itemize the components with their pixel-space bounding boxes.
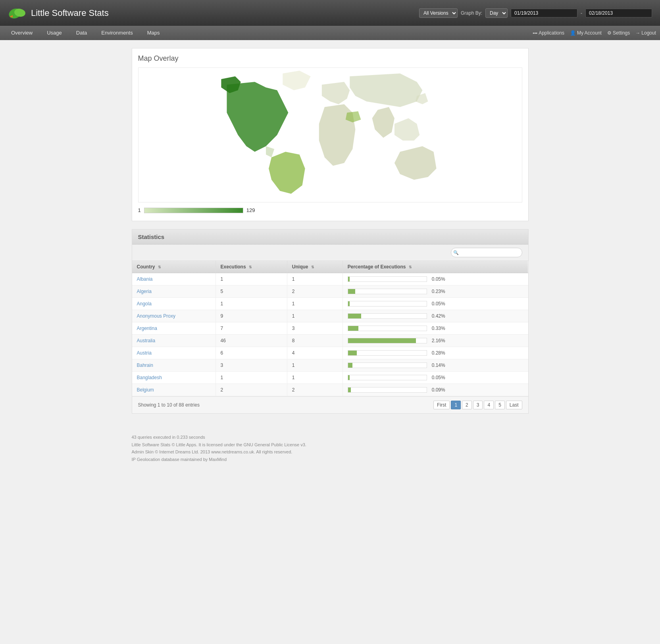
nav-left: Overview Usage Data Environments Maps <box>4 26 533 40</box>
search-input[interactable] <box>451 248 522 257</box>
header: Little Software Stats All Versions Graph… <box>0 0 660 26</box>
pagination-page-4[interactable]: 4 <box>484 401 494 409</box>
pagination-last[interactable]: Last <box>506 401 522 409</box>
table-row: Anonymous Proxy910.42% <box>132 310 528 322</box>
pagination-first[interactable]: First <box>433 401 450 409</box>
applications-link[interactable]: ▪▪▪ Applications <box>533 30 564 36</box>
table-row: Australia4682.16% <box>132 335 528 347</box>
settings-link[interactable]: ⚙ Settings <box>607 30 630 36</box>
cell-unique: 1 <box>287 310 343 322</box>
cell-country: Belgium <box>132 384 216 396</box>
country-link[interactable]: Bahrain <box>137 362 153 368</box>
cell-executions: 6 <box>216 347 287 359</box>
cell-pct: 0.05% <box>343 372 528 384</box>
country-link[interactable]: Algeria <box>137 289 152 294</box>
stats-table: Country ⇅ Executions ⇅ Unique ⇅ Percenta… <box>132 261 528 396</box>
footer-line1: 43 queries executed in 0.233 seconds <box>132 434 529 441</box>
cell-unique: 8 <box>287 335 343 347</box>
cell-country: Algeria <box>132 285 216 298</box>
cell-pct: 0.33% <box>343 322 528 335</box>
header-controls: All Versions Graph By: Day - <box>419 8 652 18</box>
legend-gradient <box>144 208 243 213</box>
cell-executions: 3 <box>216 359 287 372</box>
pct-value: 0.33% <box>429 326 445 331</box>
legend-low-label: 1 <box>138 207 141 213</box>
pagination-page-5[interactable]: 5 <box>495 401 505 409</box>
country-link[interactable]: Angola <box>137 301 152 307</box>
cell-unique: 4 <box>287 347 343 359</box>
nav-item-maps[interactable]: Maps <box>140 26 167 40</box>
table-row: Belgium220.09% <box>132 384 528 396</box>
stats-section: Statistics 🔍 Country ⇅ Executions ⇅ Uniq… <box>132 229 529 414</box>
date-from-input[interactable] <box>511 9 577 17</box>
nav-right: ▪▪▪ Applications 👤 My Account ⚙ Settings… <box>533 30 656 36</box>
cell-unique: 2 <box>287 384 343 396</box>
logo-icon <box>8 6 27 21</box>
map-section: Map Overlay <box>132 48 529 221</box>
cell-executions: 1 <box>216 372 287 384</box>
cell-country: Argentina <box>132 322 216 335</box>
table-row: Austria640.28% <box>132 347 528 359</box>
pagination-page-2[interactable]: 2 <box>462 401 472 409</box>
pct-value: 0.05% <box>429 301 445 307</box>
nav-item-data[interactable]: Data <box>69 26 94 40</box>
pct-value: 2.16% <box>429 338 445 343</box>
cell-pct: 0.42% <box>343 310 528 322</box>
cell-executions: 5 <box>216 285 287 298</box>
col-pct[interactable]: Percentage of Executions ⇅ <box>343 261 528 273</box>
pct-value: 0.09% <box>429 387 445 393</box>
stats-footer: Showing 1 to 10 of 88 entries First 1 2 … <box>132 396 528 413</box>
versions-select[interactable]: All Versions <box>419 8 458 18</box>
logout-icon: → <box>635 30 640 36</box>
cell-country: Anonymous Proxy <box>132 310 216 322</box>
cell-unique: 2 <box>287 285 343 298</box>
pct-value: 0.23% <box>429 289 445 294</box>
cell-unique: 1 <box>287 273 343 285</box>
nav-item-usage[interactable]: Usage <box>40 26 69 40</box>
country-link[interactable]: Argentina <box>137 326 157 331</box>
cell-unique: 3 <box>287 322 343 335</box>
cell-pct: 2.16% <box>343 335 528 347</box>
my-account-link[interactable]: 👤 My Account <box>570 30 602 36</box>
pct-value: 0.28% <box>429 350 445 356</box>
logo-area: Little Software Stats <box>8 6 419 21</box>
cell-country: Bahrain <box>132 359 216 372</box>
table-header-row: Country ⇅ Executions ⇅ Unique ⇅ Percenta… <box>132 261 528 273</box>
cell-executions: 1 <box>216 273 287 285</box>
country-link[interactable]: Bangladesh <box>137 375 162 380</box>
stats-title: Statistics <box>138 233 165 240</box>
cell-country: Angola <box>132 298 216 310</box>
pct-value: 0.05% <box>429 375 445 380</box>
col-country[interactable]: Country ⇅ <box>132 261 216 273</box>
cell-executions: 46 <box>216 335 287 347</box>
stats-toolbar: 🔍 <box>132 245 528 261</box>
country-link[interactable]: Australia <box>137 338 156 343</box>
country-link[interactable]: Austria <box>137 350 152 356</box>
table-row: Bahrain310.14% <box>132 359 528 372</box>
logout-link[interactable]: → Logout <box>635 30 656 36</box>
pagination-page-1[interactable]: 1 <box>451 401 461 409</box>
footer-line2: Little Software Stats © Little Apps. It … <box>132 441 529 449</box>
map-container <box>138 67 522 202</box>
date-to-input[interactable] <box>585 9 652 17</box>
country-link[interactable]: Albania <box>137 276 153 282</box>
footer-line4: IP Geolocation database maintained by Ma… <box>132 456 529 463</box>
col-executions[interactable]: Executions ⇅ <box>216 261 287 273</box>
footer: 43 queries executed in 0.233 seconds Lit… <box>132 430 529 467</box>
cell-unique: 1 <box>287 359 343 372</box>
table-row: Albania110.05% <box>132 273 528 285</box>
cell-executions: 1 <box>216 298 287 310</box>
cell-country: Australia <box>132 335 216 347</box>
col-unique[interactable]: Unique ⇅ <box>287 261 343 273</box>
nav-item-environments[interactable]: Environments <box>94 26 140 40</box>
cell-pct: 0.14% <box>343 359 528 372</box>
bar-chart-icon: ▪▪▪ <box>533 31 537 35</box>
cell-country: Bangladesh <box>132 372 216 384</box>
pagination-page-3[interactable]: 3 <box>473 401 483 409</box>
map-title: Map Overlay <box>138 54 522 63</box>
country-link[interactable]: Belgium <box>137 387 154 393</box>
cell-unique: 1 <box>287 298 343 310</box>
nav-item-overview[interactable]: Overview <box>4 26 40 40</box>
country-link[interactable]: Anonymous Proxy <box>137 313 175 319</box>
graph-by-select[interactable]: Day <box>485 8 508 18</box>
